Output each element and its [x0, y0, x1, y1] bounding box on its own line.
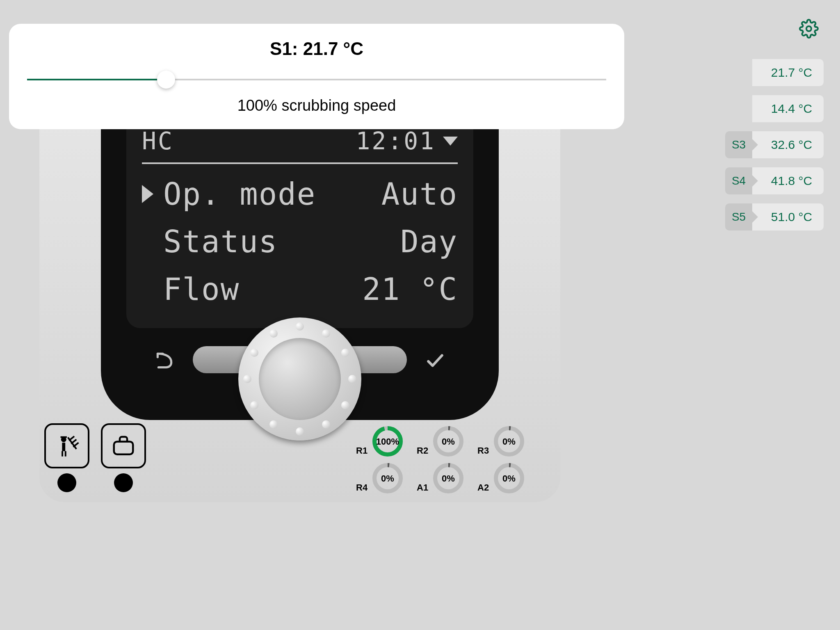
- mode-indicator-dot: [114, 473, 133, 492]
- sensor-value: 14.4 °C: [752, 95, 824, 122]
- relay-label: R3: [477, 445, 489, 456]
- relay-label: A1: [417, 482, 428, 493]
- lcd-row-label: Flow: [163, 272, 240, 307]
- sensor-s4[interactable]: S4 41.8 °C: [725, 167, 824, 194]
- cursor-icon: [142, 185, 153, 203]
- rotary-dial[interactable]: [238, 317, 361, 441]
- relay-label: R4: [356, 482, 368, 493]
- relay-label: R1: [356, 445, 368, 456]
- relay-percent: 0%: [442, 436, 455, 447]
- overlay-title: S1: 21.7 °C: [21, 39, 612, 59]
- mode-indicator-dot: [57, 473, 76, 492]
- lcd-row-label: Op. mode: [163, 176, 316, 212]
- mode-icons: [44, 423, 146, 492]
- sensor-s3[interactable]: S3 32.6 °C: [725, 131, 824, 158]
- relay-gauge-r2[interactable]: 0% R2: [422, 425, 475, 458]
- scrub-overlay: S1: 21.7 °C 100% scrubbing speed: [9, 24, 624, 129]
- relay-label: A2: [477, 482, 489, 493]
- svg-point-0: [806, 26, 811, 31]
- svg-rect-10: [114, 442, 133, 454]
- relay-gauge-a1[interactable]: 0% A1: [422, 462, 475, 495]
- svg-rect-2: [61, 436, 67, 438]
- lcd-header-title: HC: [142, 127, 174, 155]
- relay-percent: 0%: [502, 436, 516, 447]
- overlay-subtitle: 100% scrubbing speed: [21, 97, 612, 114]
- sensor-tag: S3: [725, 131, 752, 158]
- sensor-s2[interactable]: S2 14.4 °C: [725, 95, 824, 122]
- relay-gauge-a2[interactable]: 0% A2: [482, 462, 536, 495]
- back-button[interactable]: [154, 350, 175, 371]
- svg-rect-5: [65, 451, 66, 457]
- lcd-row-value: Auto: [381, 176, 458, 212]
- sensor-list: S1 21.7 °C S2 14.4 °C S3 32.6 °C S4 41.8…: [725, 59, 824, 231]
- lcd-row-label: Status: [163, 224, 278, 259]
- relay-percent: 0%: [442, 473, 455, 484]
- svg-rect-3: [62, 443, 65, 451]
- relay-percent: 0%: [502, 473, 516, 484]
- lcd-header: HC 12:01: [142, 127, 458, 164]
- lcd-row: StatusDay: [142, 224, 458, 259]
- relay-gauge-r3[interactable]: 0% R3: [482, 425, 536, 458]
- lcd-screen: HC 12:01 Op. modeAutoStatusDayFlow21 °C: [126, 116, 473, 328]
- lcd-row-value: 21 °C: [362, 272, 458, 307]
- sensor-tag: S4: [725, 167, 752, 194]
- relay-label: R2: [417, 445, 428, 456]
- sensor-value: 51.0 °C: [752, 203, 824, 231]
- suitcase-icon[interactable]: [101, 423, 146, 468]
- svg-line-7: [69, 436, 74, 441]
- relay-percent: 100%: [376, 436, 399, 447]
- confirm-button[interactable]: [425, 350, 445, 371]
- settings-button[interactable]: [799, 19, 819, 39]
- lcd-row: Flow21 °C: [142, 272, 458, 307]
- scrub-slider[interactable]: [27, 71, 606, 88]
- slider-thumb[interactable]: [157, 71, 175, 89]
- sensor-value: 41.8 °C: [752, 167, 824, 194]
- relay-gauges: 100% R1 0% R2 0% R3 0% R4 0% A1 0% A: [361, 425, 536, 495]
- relay-gauge-r4[interactable]: 0% R4: [361, 462, 414, 495]
- svg-rect-4: [62, 451, 63, 457]
- sensor-value: 21.7 °C: [752, 59, 824, 86]
- lcd-row: Op. modeAuto: [142, 176, 458, 212]
- relay-gauge-r1[interactable]: 100% R1: [361, 425, 414, 458]
- lcd-time: 12:01: [356, 127, 436, 155]
- lcd-row-value: Day: [400, 224, 458, 259]
- chevron-down-icon: [443, 137, 458, 146]
- sensor-tag: S5: [725, 203, 752, 231]
- sensor-s5[interactable]: S5 51.0 °C: [725, 203, 824, 231]
- sensor-s1[interactable]: S1 21.7 °C: [725, 59, 824, 86]
- chimney-sweep-icon[interactable]: [44, 423, 89, 468]
- sensor-value: 32.6 °C: [752, 131, 824, 158]
- relay-percent: 0%: [381, 473, 394, 484]
